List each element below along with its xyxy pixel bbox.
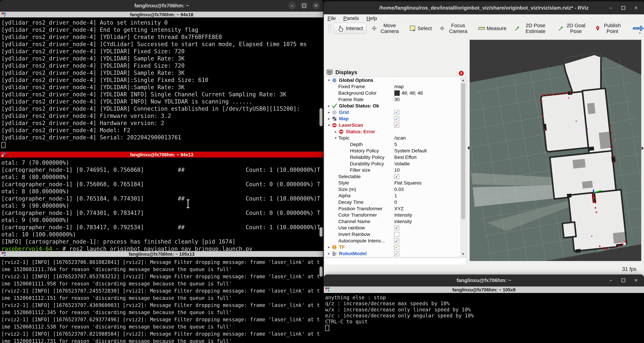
tree-row-size-m-[interactable]: Size (m)0.03 — [325, 186, 466, 193]
pane-group-icon[interactable] — [1, 252, 6, 257]
row-value[interactable]: Volatile — [394, 161, 410, 166]
right-splitter[interactable] — [641, 34, 644, 280]
tree-row-decay-time[interactable]: Decay Time0 — [325, 199, 466, 206]
checkbox[interactable]: ✓ — [394, 226, 399, 230]
row-value[interactable]: 1 — [394, 193, 397, 198]
collapse-left-arrow-icon[interactable] — [467, 146, 470, 150]
pane2-scrollbar[interactable] — [320, 227, 322, 237]
tree-row-color-transformer[interactable]: Color TransformerIntensity — [325, 212, 466, 218]
checkbox[interactable]: ✓ — [394, 116, 399, 121]
row-value[interactable]: 30 — [394, 97, 400, 102]
tree-row-autocompute-intens-[interactable]: Autocompute Intens...✓ — [325, 238, 466, 244]
row-value[interactable]: Intensity — [394, 212, 412, 218]
pane2-content[interactable]: otal: 7 (70.000000%)[cartographer_node-1… — [0, 158, 323, 251]
checkbox[interactable]: ✓ — [394, 245, 399, 250]
row-value[interactable]: map — [394, 84, 404, 89]
tool-focus-camera[interactable]: Focus Camera — [437, 22, 473, 35]
tree-row-alpha[interactable]: Alpha1 — [325, 193, 466, 199]
pane2-titlebar[interactable]: fanglinxu@fx706hm: ~ 94x13 — [0, 151, 323, 158]
chevron-down-icon[interactable]: ▾ — [326, 78, 332, 82]
checkbox[interactable]: ✓ — [394, 238, 399, 243]
row-value[interactable]: System Default — [394, 148, 427, 154]
tree-row-laserscan[interactable]: ▾LaserScan✓ — [325, 122, 466, 128]
tree-row-topic[interactable]: ▾Topic/scan — [325, 135, 466, 141]
row-value[interactable]: 0.03 — [394, 187, 404, 192]
row-value[interactable]: ✓ — [394, 245, 399, 250]
row-value[interactable]: intensity — [394, 219, 412, 224]
row-value[interactable]: ✓ — [394, 251, 399, 256]
row-value[interactable]: 10 — [394, 168, 400, 173]
checkbox[interactable]: ✓ — [394, 123, 399, 128]
minimize-button[interactable]: – — [288, 2, 296, 10]
tree-row-background-color[interactable]: Background Color48; 48; 48 — [325, 90, 466, 96]
rviz-titlebar[interactable]: /home/fanglinxu/ros_dev/install/originbo… — [324, 1, 644, 14]
row-value[interactable]: /scan — [394, 135, 406, 141]
pane3-content[interactable]: [rviz2-1] [INFO] [1676523706.861082841] … — [0, 257, 323, 343]
terminal-left-titlebar[interactable]: fanglinxu@fx706hm: ~ – ✕ — [0, 0, 323, 11]
maximize-button[interactable] — [300, 2, 308, 10]
maximize-button[interactable] — [620, 278, 626, 283]
displays-panel-close-button[interactable]: ✕ — [457, 69, 465, 77]
scroll-down-icon[interactable]: ▼ — [460, 252, 466, 256]
row-value[interactable]: 0 — [394, 200, 397, 205]
tool-publish-point[interactable]: Publish Point — [592, 22, 626, 35]
chevron-down-icon[interactable]: ▾ — [326, 123, 332, 128]
row-value[interactable]: ✓ — [394, 123, 399, 128]
checkbox[interactable] — [394, 232, 399, 237]
row-value[interactable]: XYZ — [394, 206, 404, 212]
row-value[interactable]: ✓ — [394, 238, 399, 243]
tree-row-style[interactable]: StyleFlat Squares — [325, 180, 466, 186]
chevron-right-icon[interactable]: ▸ — [333, 130, 338, 134]
color-swatch[interactable] — [394, 90, 400, 96]
minimize-button[interactable]: – — [608, 278, 614, 283]
pane-group-icon[interactable] — [325, 287, 330, 292]
row-value[interactable]: 5 — [394, 142, 397, 147]
close-button[interactable]: ✕ — [312, 2, 320, 10]
tree-row-global-options[interactable]: ▾Global Options — [325, 77, 466, 84]
scrollbar-thumb[interactable] — [461, 83, 465, 219]
tool-select[interactable]: Select — [406, 24, 434, 33]
tree-row-selectable[interactable]: Selectable✓ — [325, 174, 466, 180]
tool-measure[interactable]: Measure — [475, 24, 509, 33]
tree-row-invert-rainbow[interactable]: Invert Rainbow — [325, 231, 466, 238]
chevron-right-icon[interactable]: ▸ — [326, 104, 332, 108]
close-button[interactable]: ✕ — [633, 278, 639, 283]
tree-row-robotmodel[interactable]: ▸RobotModel✓ — [325, 250, 466, 257]
bottom-terminal-titlebar[interactable]: fanglinxu@fx706hm: ~ – ✕ — [324, 274, 644, 286]
minimize-button[interactable]: – — [608, 5, 614, 11]
pane-group-icon[interactable] — [1, 152, 6, 158]
tool-move-camera[interactable]: Move Camera — [369, 22, 404, 35]
checkbox[interactable]: ✓ — [394, 251, 399, 256]
row-value[interactable]: ✓ — [394, 174, 399, 179]
row-value[interactable]: ✓ — [394, 110, 399, 115]
row-value[interactable]: 48; 48; 48 — [394, 90, 423, 96]
row-value[interactable] — [394, 232, 399, 237]
tool-2d-pose-estimate[interactable]: 2D Pose Estimate — [512, 22, 553, 35]
tree-row-position-transformer[interactable]: Position TransformerXYZ — [325, 206, 466, 212]
tree-row-map[interactable]: ▸Map✓ — [325, 116, 466, 122]
tree-row-fixed-frame[interactable]: Fixed Framemap — [325, 84, 466, 90]
pane3-titlebar[interactable]: fanglinxu@fx706hm: ~ 105x13 — [0, 251, 323, 258]
pane1-titlebar[interactable]: fanglinxu@fx706hm: ~ 94x18 — [0, 11, 323, 18]
menu-item-help[interactable]: Help — [366, 15, 377, 21]
chevron-right-icon[interactable]: ▸ — [326, 116, 332, 121]
tree-row-global-status-ok[interactable]: ▸Global Status: Ok — [325, 103, 466, 109]
panel-splitter[interactable] — [467, 34, 470, 280]
scroll-up-icon[interactable]: ▲ — [460, 78, 466, 82]
checkbox[interactable]: ✓ — [394, 174, 399, 179]
maximize-button[interactable] — [620, 5, 626, 11]
menu-item-panels[interactable]: Panels — [343, 15, 359, 21]
tree-row-reliability-policy[interactable]: Reliability PolicyBest Effort — [325, 154, 466, 160]
tree-row-status-error[interactable]: ▸Status: Error — [325, 128, 466, 135]
row-value[interactable]: Best Effort — [394, 154, 416, 160]
tool-2d-goal-pose[interactable]: 2D Goal Pose — [555, 22, 590, 35]
displays-tree[interactable]: ▾Global OptionsFixed FramemapBackground … — [324, 77, 466, 257]
render-view-3d[interactable] — [470, 40, 641, 261]
tree-row-filter-size[interactable]: Filter size10 — [325, 167, 466, 174]
close-button[interactable]: ✕ — [633, 5, 639, 11]
tree-row-history-policy[interactable]: History PolicySystem Default — [325, 148, 466, 154]
expand-right-arrow-icon[interactable] — [642, 146, 644, 150]
bottom-pane-titlebar[interactable]: fanglinxu@fx706hm: ~ 105x9 — [324, 286, 644, 294]
tree-row-frame-rate[interactable]: Frame Rate30 — [325, 96, 466, 103]
pane1-scrollbar[interactable] — [320, 108, 322, 126]
